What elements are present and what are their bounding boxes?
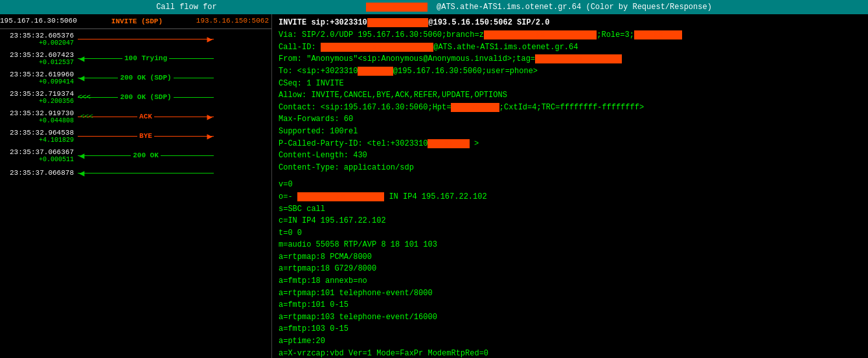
sdp-rtpmap18: a=rtpmap:18 G729/8000 [279, 263, 862, 275]
timestamp-1: 23:35:32.605376 +0.002047 [0, 32, 78, 47]
col2-header: 193.5.16.150:5062 [196, 17, 271, 26]
callid-line: Call-ID: xx@ATS.athe-ATS1.ims.otenet.gr.… [279, 41, 862, 54]
timestamp-2: 23:35:32.607423 +0.012537 [0, 51, 78, 66]
arrow-8: ◀ [78, 166, 214, 180]
arrow-2: 100 Trying ◀ [78, 50, 214, 66]
cseq-line: CSeq: 1 INVITE [279, 78, 862, 90]
flow-row-1: 23:35:32.605376 +0.002047 ▶ [0, 29, 271, 49]
contact-line: Contact: <sip:195.167.16.30:5060;Hpt=xx;… [279, 102, 862, 114]
flow-row-7: 23:35:37.066367 +0.000511 200 OK ◀ [0, 146, 271, 165]
sdp-m: m=audio 55058 RTP/AVP 8 18 101 103 [279, 239, 862, 251]
col1-header: 195.167.16.30:5060 [0, 17, 78, 26]
supported-line: Supported: 100rel [279, 126, 862, 138]
flow-row-6: 23:35:32.964538 +4.101829 BYE ▶ [0, 126, 271, 146]
sdp-s: s=SBC call [279, 203, 862, 216]
sdp-o: o=- xx IN IP4 195.167.22.102 [279, 191, 862, 203]
title-bar: Call flow for xx @ATS.athe-ATS1.ims.oten… [0, 0, 868, 14]
sip-first-line: INVITE sip:+3023310xx@193.5.16.150:5062 … [279, 17, 862, 29]
arrow-5: <<< ACK ▶ [78, 109, 214, 124]
timestamp-7: 23:35:37.066367 +0.000511 [0, 148, 78, 163]
title-text: Call flow for xx @ATS.athe-ATS1.ims.oten… [156, 3, 712, 12]
timestamp-4: 23:35:32.719374 +0.200356 [0, 90, 78, 105]
timestamp-6: 23:35:32.964538 +4.101829 [0, 129, 78, 144]
maxforwards-line: Max-Forwards: 60 [279, 113, 862, 126]
arrow-1: ▶ [78, 31, 214, 47]
timestamp-8: 23:35:37.066878 [0, 169, 78, 177]
sdp-fmtp103: a=fmtp:103 0-15 [279, 323, 862, 335]
timestamp-5: 23:35:32.919730 +0.044808 [0, 109, 78, 124]
sdp-vrzcap1: a=X-vrzcap:vbd Ver=1 Mode=FaxPr ModemRtp… [279, 348, 862, 358]
arrow-3: 200 OK (SDP) ◀ [78, 70, 214, 85]
flow-row-4: 23:35:32.719374 +0.200356 200 OK (SDP) <… [0, 87, 271, 107]
contenttype-line: Content-Type: application/sdp [279, 162, 862, 174]
col-headers: 195.167.16.30:5060 INVITE (SDP) 193.5.16… [0, 14, 271, 29]
flow-row-5: 23:35:32.919730 +0.044808 <<< ACK ▶ [0, 107, 271, 126]
sdp-c: c=IN IP4 195.167.22.102 [279, 215, 862, 227]
contentlength-line: Content-Length: 430 [279, 150, 862, 162]
main-layout: 195.167.16.30:5060 INVITE (SDP) 193.5.16… [0, 14, 868, 358]
sdp-rtpmap103: a=rtpmap:103 telephone-event/16000 [279, 311, 862, 324]
sdp-rtpmap101: a=rtpmap:101 telephone-event/8000 [279, 287, 862, 300]
arrow-4: 200 OK (SDP) <<< [78, 89, 214, 105]
sdp-ptime: a=ptime:20 [279, 335, 862, 348]
to-line: To: <sip:+3023310xx@195.167.16.30:5060;u… [279, 65, 862, 78]
invite-sdp-header: INVITE (SDP) [111, 17, 163, 25]
right-panel: INVITE sip:+3023310xx@193.5.16.150:5062 … [272, 14, 868, 358]
from-line: From: "Anonymous"<sip:Anonymous@Anonymou… [279, 53, 862, 65]
timestamp-3: 23:35:32.619960 +0.099414 [0, 71, 78, 85]
sdp-rtpmap8: a=rtpmap:8 PCMA/8000 [279, 251, 862, 263]
sdp-t: t=0 0 [279, 227, 862, 240]
flow-row-8: 23:35:37.066878 ◀ [0, 165, 271, 181]
flow-row-2: 23:35:32.607423 +0.012537 100 Trying ◀ [0, 49, 271, 68]
sdp-fmtp18: a=fmtp:18 annexb=no [279, 275, 862, 287]
left-panel: 195.167.16.30:5060 INVITE (SDP) 193.5.16… [0, 14, 272, 358]
flow-area: 23:35:32.605376 +0.002047 ▶ 23:35:32.607… [0, 29, 271, 358]
arrow-6: BYE ▶ [78, 128, 214, 144]
sdp-fmtp101: a=fmtp:101 0-15 [279, 299, 862, 311]
allow-line: Allow: INVITE,CANCEL,BYE,ACK,REFER,UPDAT… [279, 89, 862, 102]
arrow-7: 200 OK ◀ [78, 148, 214, 163]
flow-row-3: 23:35:32.619960 +0.099414 200 OK (SDP) ◀ [0, 68, 271, 87]
via-line: Via: SIP/2.0/UDP 195.167.16.30:5060;bran… [279, 29, 862, 41]
pcalledparty-line: P-Called-Party-ID: <tel:+3023310xx > [279, 138, 862, 150]
sdp-v: v=0 [279, 179, 862, 191]
